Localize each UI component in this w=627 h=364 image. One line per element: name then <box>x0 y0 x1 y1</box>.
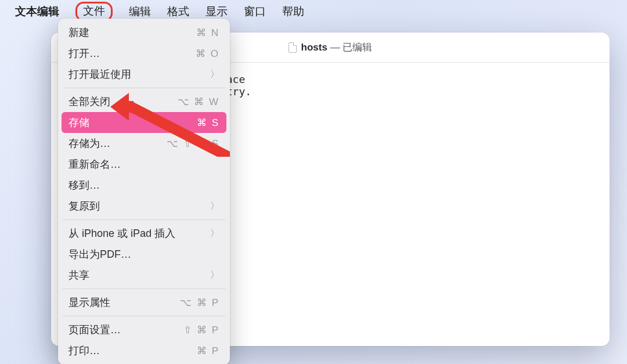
shortcut-label: ⌘ S <box>197 117 219 129</box>
shortcut-label: ⌘ P <box>197 345 219 357</box>
chevron-right-icon: 〉 <box>210 200 219 212</box>
menu-separator <box>63 289 225 289</box>
chevron-right-icon: 〉 <box>210 269 219 282</box>
app-name: 文本编辑 <box>15 4 59 19</box>
menu-separator <box>63 88 225 88</box>
menu-format[interactable]: 格式 <box>167 4 189 19</box>
menu-item-insert-from-device[interactable]: 从 iPhone 或 iPad 插入〉 <box>62 223 226 244</box>
menu-item-open[interactable]: 打开…⌘ O <box>62 43 226 64</box>
menu-view[interactable]: 显示 <box>206 4 228 19</box>
shortcut-label: ⌘ N <box>196 27 219 39</box>
menu-separator <box>63 316 225 316</box>
window-title: hosts — 已编辑 <box>301 41 373 54</box>
menu-item-move-to[interactable]: 移到… <box>62 175 226 196</box>
menu-item-share[interactable]: 共享〉 <box>62 265 226 286</box>
shortcut-label: ⇧ ⌘ P <box>183 324 219 336</box>
menu-item-save-as[interactable]: 存储为…⌥ ⇧ ⌘ S <box>62 133 226 154</box>
file-menu-dropdown: 新建⌘ N 打开…⌘ O 打开最近使用〉 全部关闭⌥ ⌘ W 存储⌘ S 存储为… <box>58 19 230 364</box>
menu-item-export-pdf[interactable]: 导出为PDF… <box>62 244 226 265</box>
menu-item-rename[interactable]: 重新命名… <box>62 154 226 175</box>
menu-item-close-all[interactable]: 全部关闭⌥ ⌘ W <box>62 91 226 112</box>
chevron-right-icon: 〉 <box>210 228 219 240</box>
menu-item-print[interactable]: 打印…⌘ P <box>62 340 226 361</box>
menu-item-save[interactable]: 存储⌘ S <box>62 112 226 133</box>
shortcut-label: ⌘ O <box>196 48 219 60</box>
menu-window[interactable]: 窗口 <box>244 4 266 19</box>
menu-item-revert-to[interactable]: 复原到〉 <box>62 196 226 217</box>
document-icon <box>289 42 297 53</box>
shortcut-label: ⌥ ⌘ P <box>180 297 219 309</box>
shortcut-label: ⌥ ⌘ W <box>178 96 220 108</box>
shortcut-label: ⌥ ⇧ ⌘ S <box>167 138 219 150</box>
chevron-right-icon: 〉 <box>210 69 219 81</box>
menu-edit[interactable]: 编辑 <box>129 4 151 19</box>
menu-help[interactable]: 帮助 <box>282 4 304 19</box>
menu-separator <box>63 219 225 220</box>
menu-item-page-setup[interactable]: 页面设置…⇧ ⌘ P <box>62 319 226 340</box>
menu-item-new[interactable]: 新建⌘ N <box>62 22 226 43</box>
menu-item-open-recent[interactable]: 打开最近使用〉 <box>62 64 226 85</box>
menu-item-show-properties[interactable]: 显示属性⌥ ⌘ P <box>62 292 226 313</box>
